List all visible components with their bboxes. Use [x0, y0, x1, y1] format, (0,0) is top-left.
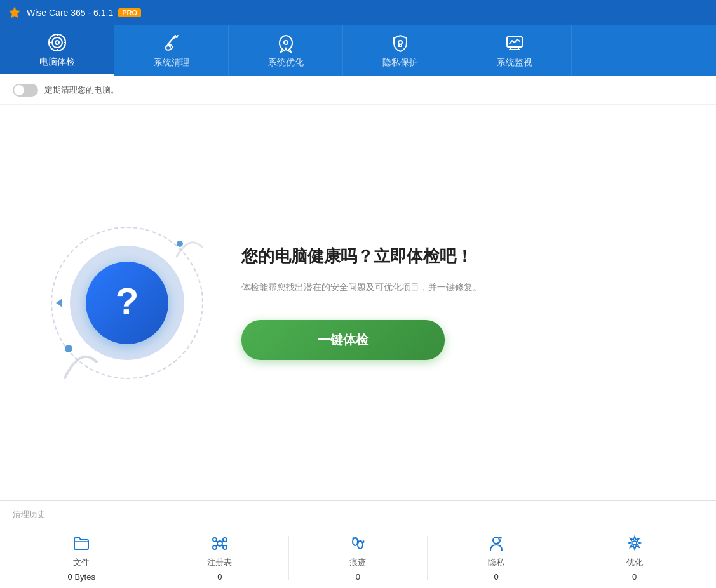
history-value-registry: 0	[217, 572, 222, 582]
broom-icon	[161, 33, 182, 53]
nav-label-pc-check: 电脑体检	[39, 57, 75, 68]
history-section-title: 清理历史	[13, 509, 703, 520]
history-item-traces: 痕迹 0	[289, 528, 427, 588]
history-item-registry: 注册表 0	[151, 528, 289, 588]
optimize-icon	[625, 534, 644, 553]
history-value-files: 0 Bytes	[68, 572, 95, 582]
app-logo-icon	[8, 6, 22, 20]
history-label-optimize: 优化	[626, 557, 643, 568]
svg-point-24	[355, 537, 357, 539]
svg-point-2	[55, 41, 59, 44]
footprint-icon	[348, 534, 367, 553]
orbit-ring-inner: ?	[70, 246, 184, 360]
scan-button[interactable]: 一键体检	[241, 320, 445, 360]
target-icon	[47, 32, 67, 53]
nav-bar: 电脑体检 系统清理 系统优化 隐私保护	[0, 25, 716, 76]
question-mark-icon: ?	[116, 283, 139, 321]
nav-label-sys-opt: 系统优化	[268, 57, 304, 69]
svg-point-26	[360, 540, 362, 542]
hero-icon-area: ?	[38, 227, 216, 379]
history-item-privacy: 隐私 0	[428, 528, 565, 588]
history-label-files: 文件	[73, 557, 90, 568]
orbit-ring-outer: ?	[51, 227, 203, 379]
svg-point-25	[358, 540, 360, 543]
nav-label-sys-clean: 系统清理	[154, 57, 189, 69]
history-label-privacy: 隐私	[488, 557, 504, 568]
svg-point-15	[213, 545, 217, 549]
nav-item-sys-opt[interactable]: 系统优化	[229, 25, 343, 76]
arrow-left-icon	[53, 297, 65, 309]
monitor-chart-icon	[504, 33, 525, 53]
schedule-text: 定期清理您的电脑。	[44, 84, 119, 96]
svg-point-14	[223, 538, 227, 542]
svg-point-13	[213, 538, 217, 542]
svg-point-23	[353, 537, 355, 540]
history-value-traces: 0	[356, 572, 360, 582]
folder-icon	[72, 534, 91, 553]
svg-point-8	[284, 41, 288, 44]
svg-marker-11	[56, 298, 62, 307]
svg-point-28	[493, 537, 499, 544]
center-circle: ?	[86, 262, 168, 344]
registry-icon	[210, 534, 229, 553]
shield-lock-icon	[390, 33, 410, 53]
person-shield-icon	[487, 534, 506, 553]
pro-badge: PRO	[118, 8, 141, 17]
nav-item-sys-clean[interactable]: 系统清理	[114, 25, 229, 76]
app-title: Wise Care 365 - 6.1.1	[27, 8, 113, 18]
history-items: 文件 0 Bytes 注册表 0	[13, 528, 703, 588]
history-label-traces: 痕迹	[349, 557, 366, 568]
gray-arc-2-icon	[173, 231, 205, 263]
schedule-toggle[interactable]	[13, 84, 38, 97]
schedule-bar: 定期清理您的电脑。	[0, 76, 716, 105]
nav-item-pc-check[interactable]: 电脑体检	[0, 25, 114, 76]
svg-point-29	[633, 541, 637, 545]
history-value-optimize: 0	[632, 572, 637, 582]
nav-item-sys-monitor[interactable]: 系统监视	[457, 25, 572, 76]
history-value-privacy: 0	[494, 572, 498, 582]
svg-point-16	[223, 545, 227, 549]
content-area: 定期清理您的电脑。 ?	[0, 76, 716, 588]
history-section: 清理历史 文件 0 Bytes	[0, 500, 716, 588]
hero-text-area: 您的电脑健康吗？立即体检吧！ 体检能帮您找出潜在的安全问题及可优化项目，并一键修…	[216, 245, 678, 361]
nav-label-privacy: 隐私保护	[382, 57, 418, 69]
title-bar: Wise Care 365 - 6.1.1 PRO	[0, 0, 716, 25]
hero-desc: 体检能帮您找出潜在的安全问题及可优化项目，并一键修复。	[241, 280, 678, 295]
history-item-optimize: 优化 0	[565, 528, 703, 588]
svg-point-27	[363, 540, 365, 543]
svg-point-1	[52, 37, 62, 48]
nav-item-privacy[interactable]: 隐私保护	[343, 25, 457, 76]
hero-title: 您的电脑健康吗？立即体检吧！	[241, 245, 678, 267]
nav-label-sys-monitor: 系统监视	[497, 57, 532, 69]
main-area: ? 您的电脑健康吗？立即体检吧！ 体检能帮您找出潜在的安全问题及可优化项目，并一…	[0, 105, 716, 500]
history-item-files: 文件 0 Bytes	[13, 528, 151, 588]
history-label-registry: 注册表	[207, 557, 232, 568]
rocket-icon	[276, 33, 296, 53]
